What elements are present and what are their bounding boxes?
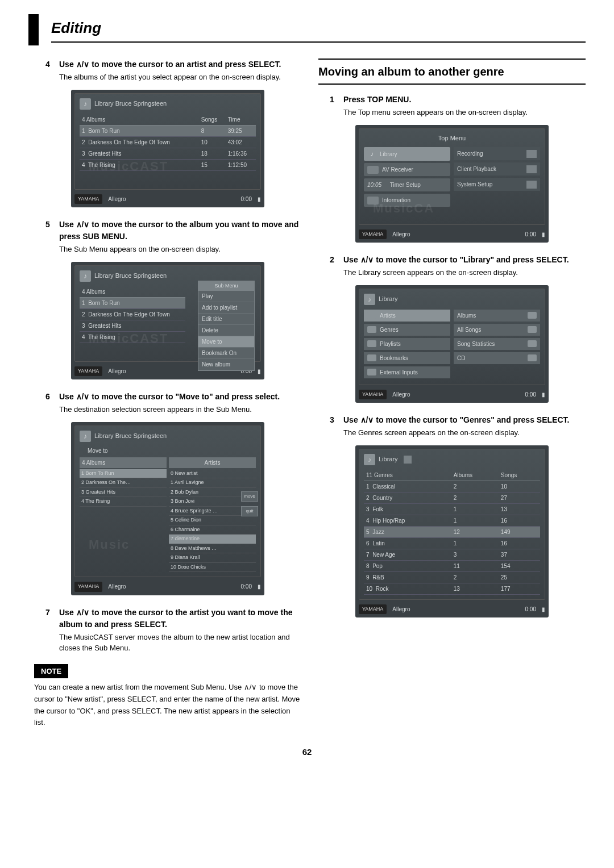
step-2: 2 Use ∧/∨ to move the cursor to "Library…: [330, 254, 586, 278]
progress-indicator: ▮: [258, 195, 261, 203]
genre-icon: [404, 456, 412, 464]
note-icon: ♪: [80, 98, 91, 110]
lib-item-playlists: Playlists: [364, 338, 450, 350]
bookmarks-icon: [367, 354, 376, 361]
genres-table: 11 GenresAlbumsSongs 1 Classical210 2 Co…: [364, 470, 540, 595]
recording-icon: [526, 150, 537, 158]
albums-icon: [528, 312, 537, 319]
step-6: 6 Use ∧/∨ to move the cursor to "Move to…: [45, 391, 301, 415]
up-down-icon: ∧/∨: [360, 254, 374, 266]
step-4: 4 Use ∧/∨ to move the cursor to an artis…: [45, 59, 301, 83]
step-title: Use ∧/∨ to move the cursor to an artist …: [59, 59, 301, 70]
content-columns: 4 Use ∧/∨ to move the cursor to an artis…: [34, 59, 586, 729]
lib-item-external: External Inputs: [364, 366, 450, 378]
side-tab: [28, 14, 39, 45]
brand-badge: YAMAHA: [74, 194, 102, 205]
note-icon: ♪: [364, 294, 375, 305]
step-body: The albums of the artist you select appe…: [59, 72, 301, 83]
lib-item-cd: CD: [454, 352, 540, 364]
note-icon: ♪: [80, 270, 91, 282]
up-down-icon: ∧/∨: [76, 607, 90, 619]
playback-icon: [526, 165, 537, 173]
lib-item-albums: Albums: [454, 310, 540, 322]
menu-item-client-playback: Client Playback: [454, 162, 540, 176]
cd-icon: [528, 354, 537, 361]
move-to-label: Move to: [88, 446, 256, 455]
step-1: 1 Press TOP MENU. The Top menu screen ap…: [330, 94, 586, 118]
lib-item-bookmarks: Bookmarks: [364, 352, 450, 364]
receiver-icon: [367, 166, 379, 174]
step-7: 7 Use ∧/∨ to move the cursor to the arti…: [45, 607, 301, 654]
playlists-icon: [367, 340, 376, 347]
setup-icon: [526, 181, 537, 189]
sub-menu-popup: Sub Menu Play Add to playlist Edit title…: [198, 281, 255, 372]
artists-icon: [367, 312, 376, 319]
genres-icon: [367, 326, 376, 333]
up-down-icon: ∧/∨: [76, 219, 90, 231]
move-icon: move: [241, 491, 258, 502]
lib-item-all-songs: All Songs: [454, 324, 540, 336]
breadcrumb: Library Bruce Springsteen: [94, 99, 167, 108]
menu-item-timer: 10:05 Timer Setup: [364, 178, 450, 191]
library-screenshot: ♪ Library Artists Genres Playlists Bookm…: [355, 285, 549, 403]
note-text: You can create a new artist from the mov…: [34, 682, 301, 729]
page-number: 62: [28, 746, 586, 759]
songs-icon: [528, 326, 537, 333]
submenu-screenshot: ♪ Library Bruce Springsteen 4 Albums 1 B…: [71, 262, 264, 380]
quit-icon: quit: [241, 506, 258, 516]
lib-item-genres: Genres: [364, 324, 450, 336]
genres-screenshot: ♪ Library 11 GenresAlbumsSongs 1 Classic…: [355, 445, 549, 618]
menu-item-system-setup: System Setup: [454, 178, 540, 191]
menu-item-library: ♪Library: [364, 147, 450, 161]
note-icon: ♪: [80, 431, 91, 442]
external-icon: [367, 369, 376, 375]
right-column: Moving an album to another genre 1 Press…: [318, 59, 586, 729]
watermark: MusicCAST: [89, 157, 168, 176]
note-label: NOTE: [34, 664, 68, 679]
section-heading: Moving an album to another genre: [318, 59, 586, 85]
up-down-icon: ∧/∨: [360, 414, 374, 426]
stats-icon: [528, 340, 537, 347]
step-3: 3 Use ∧/∨ to move the cursor to "Genres"…: [330, 414, 586, 439]
note-icon: ♪: [364, 454, 375, 465]
lib-item-artists: Artists: [364, 310, 450, 322]
page-title: Editing: [51, 17, 586, 43]
up-down-icon: ∧/∨: [76, 59, 90, 70]
up-down-icon: ∧/∨: [76, 391, 90, 403]
menu-item-recording: Recording: [454, 147, 540, 160]
left-column: 4 Use ∧/∨ to move the cursor to an artis…: [34, 59, 301, 729]
menu-item-av-receiver: AV Receiver: [364, 163, 450, 176]
step-5: 5 Use ∧/∨ to move the cursor to the albu…: [45, 219, 301, 255]
albums-list-screenshot: ♪ Library Bruce Springsteen 4 AlbumsSong…: [71, 90, 264, 208]
lib-item-statistics: Song Statistics: [454, 338, 540, 350]
step-number: 4: [45, 59, 53, 70]
note-icon: ♪: [367, 149, 376, 158]
top-menu-screenshot: Top Menu ♪Library AV Receiver 10:05 Time…: [355, 125, 549, 243]
move-to-screenshot: ♪ Library Bruce Springsteen Move to 4 Al…: [71, 422, 264, 595]
